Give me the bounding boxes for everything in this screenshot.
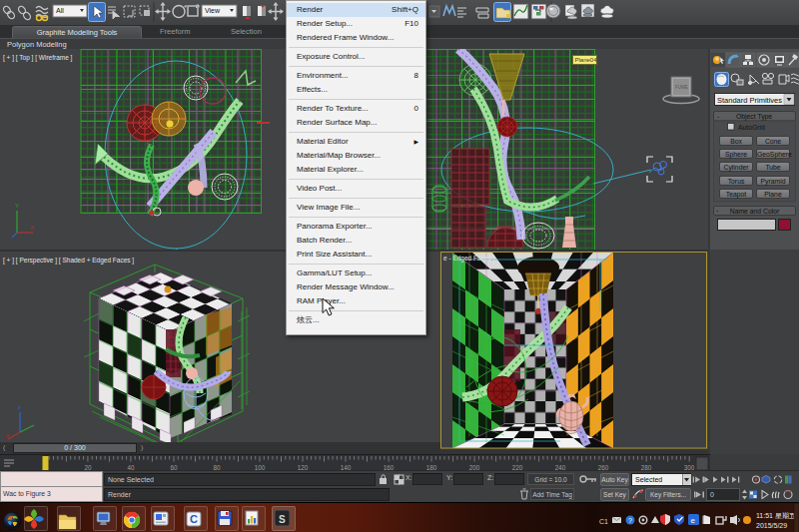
svg-text:e - Edged Faces ]: e - Edged Faces ]	[443, 255, 494, 263]
svg-text:C1: C1	[599, 518, 608, 525]
svg-text:x: x	[6, 432, 9, 438]
svg-text:11:51 星期五: 11:51 星期五	[756, 512, 796, 519]
svg-text:e: e	[691, 516, 696, 525]
svg-text:[ + ] [ Top ] [ Wireframe ]: [ + ] [ Top ] [ Wireframe ]	[3, 54, 73, 62]
svg-text:?: ?	[628, 517, 632, 524]
svg-text:All: All	[56, 7, 64, 14]
svg-text:Y: Y	[15, 203, 19, 209]
svg-text:[ + ] [ Perspective ] [ Shaded: [ + ] [ Perspective ] [ Shaded + Edged F…	[3, 257, 134, 265]
svg-text:Plane04: Plane04	[575, 57, 598, 63]
svg-text:View: View	[205, 7, 221, 14]
svg-text:S: S	[279, 514, 286, 525]
svg-text:Standard Primitives: Standard Primitives	[717, 96, 782, 105]
svg-text:FUME: FUME	[675, 85, 688, 90]
svg-text:AutoGrid: AutoGrid	[738, 124, 765, 131]
svg-text:-: -	[717, 113, 719, 120]
svg-text:X: X	[30, 225, 34, 231]
svg-text:2015/5/29: 2015/5/29	[756, 522, 787, 529]
svg-text:C: C	[190, 513, 198, 525]
svg-text:Object Type: Object Type	[736, 113, 772, 121]
svg-text:z: z	[18, 404, 21, 410]
